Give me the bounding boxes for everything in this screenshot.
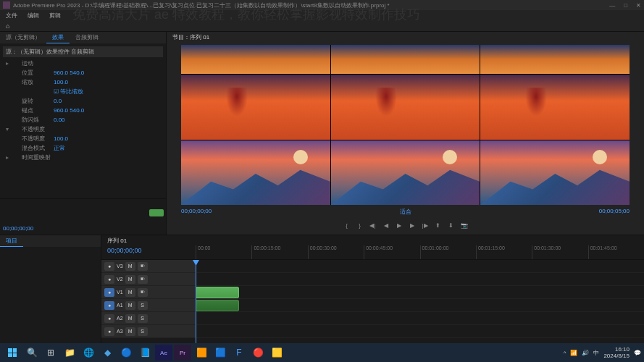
chrome-icon[interactable]: 🔵	[117, 345, 135, 361]
track-label[interactable]: V2	[117, 277, 123, 282]
tab-source[interactable]: 源（无剪辑）	[0, 32, 46, 43]
track-mute[interactable]: M	[125, 314, 135, 323]
prop-uniform-scale[interactable]: ☑ 等比缩放	[54, 88, 83, 96]
toggle-icon[interactable]: ▸	[6, 154, 12, 161]
track-solo[interactable]: S	[138, 327, 148, 336]
export-frame-button[interactable]: 📷	[461, 222, 468, 229]
pr-icon[interactable]: Pr	[174, 345, 191, 361]
extract-button[interactable]: ⬇	[448, 222, 455, 229]
track-label[interactable]: A3	[117, 329, 123, 334]
track-toggle[interactable]: ●	[104, 275, 114, 284]
app-icon[interactable]: 🟧	[193, 345, 210, 361]
app-icon[interactable]: F	[230, 345, 248, 361]
track-mute[interactable]: M	[125, 288, 135, 297]
track-label[interactable]: A1	[117, 303, 123, 308]
search-icon[interactable]: 🔍	[23, 345, 41, 361]
menu-file[interactable]: 文件	[6, 12, 17, 20]
section-motion[interactable]: 运动	[14, 59, 51, 67]
track-toggle[interactable]: ●	[104, 327, 114, 336]
explorer-icon[interactable]: 📁	[61, 345, 78, 361]
app-icon[interactable]: 🔴	[249, 345, 267, 361]
menu-edit[interactable]: 编辑	[28, 12, 39, 20]
tray-volume-icon[interactable]: 🔊	[582, 350, 589, 356]
tray-date[interactable]: 2024/8/15	[603, 353, 630, 359]
track-eye[interactable]: 👁	[138, 288, 148, 297]
edge-icon[interactable]: 🌐	[80, 345, 97, 361]
track-toggle[interactable]: ●	[104, 262, 114, 271]
vscode-icon[interactable]: ◆	[99, 345, 116, 361]
toggle-icon[interactable]: ▸	[6, 60, 12, 67]
track-mute[interactable]: M	[125, 262, 135, 271]
ae-icon[interactable]: Ae	[155, 345, 172, 361]
tray-chevron-icon[interactable]: ^	[564, 350, 566, 356]
effect-mini-timeline[interactable]: 00;00;00;00	[0, 198, 166, 235]
track-eye[interactable]: 👁	[138, 262, 148, 271]
prop-opacity-value[interactable]: 100.0	[54, 135, 68, 142]
video-clip[interactable]	[196, 287, 239, 298]
prop-anchor-value[interactable]: 960.0 540.0	[54, 107, 84, 114]
prop-flicker-value[interactable]: 0.00	[54, 117, 65, 123]
track-solo[interactable]: S	[138, 314, 148, 323]
track-label[interactable]: V3	[117, 264, 123, 269]
ruler-mark: 00:00:45:00	[364, 245, 419, 259]
timeline-timecode[interactable]: 00;00;00;00	[107, 247, 142, 254]
prev-frame-button[interactable]: ◀|	[369, 222, 377, 229]
tab-audio[interactable]: 音频剪辑	[70, 32, 104, 43]
start-button[interactable]	[3, 345, 22, 361]
step-forward-button[interactable]: ▶	[409, 222, 416, 229]
prop-rotation-value[interactable]: 0.0	[54, 98, 62, 104]
task-view-icon[interactable]: ⊞	[42, 345, 59, 361]
maximize-button[interactable]: □	[624, 2, 627, 9]
minimize-button[interactable]: —	[609, 2, 615, 9]
preview-fit[interactable]: 适合	[400, 208, 411, 216]
preview-cell	[480, 75, 630, 140]
lift-button[interactable]: ⬆	[435, 222, 442, 229]
preview-cell	[181, 75, 330, 140]
next-frame-button[interactable]: |▶	[422, 222, 429, 229]
track-eye[interactable]: 👁	[138, 275, 148, 284]
track-toggle[interactable]: ●	[104, 288, 114, 297]
menu-clip[interactable]: 剪辑	[49, 12, 61, 20]
track-toggle[interactable]: ●	[104, 301, 114, 310]
home-icon[interactable]: ⌂	[6, 22, 9, 30]
mini-clip[interactable]	[149, 209, 164, 216]
track-solo[interactable]: S	[138, 301, 148, 310]
mark-in-button[interactable]: {	[343, 222, 351, 229]
project-panel: 项目	[0, 235, 101, 343]
timeline-ruler[interactable]: 00;00;00;00 00:00 00:00:15:00 00:00:30:0…	[101, 245, 644, 260]
ruler-mark: 00:01:00:00	[420, 245, 476, 259]
app-icon[interactable]: 📘	[136, 345, 154, 361]
prop-scale-value[interactable]: 100.0	[54, 79, 68, 85]
track-label[interactable]: V1	[117, 290, 123, 295]
prop-blend-value[interactable]: 正常	[54, 144, 65, 152]
toggle-icon[interactable]: ▾	[6, 126, 12, 132]
track-mute[interactable]: M	[125, 301, 135, 310]
tray-ime-icon[interactable]: 中	[593, 349, 599, 357]
preview-time-left[interactable]: 00;00;00;00	[181, 208, 212, 216]
program-tab[interactable]: 节目：序列 01	[172, 33, 209, 41]
sequence-title[interactable]: 序列 01	[107, 237, 127, 245]
section-timeremap[interactable]: 时间重映射	[14, 153, 51, 161]
playhead[interactable]	[196, 260, 196, 343]
project-tab[interactable]: 项目	[0, 235, 23, 247]
preview-viewport[interactable]	[181, 45, 630, 205]
app-icon[interactable]: 🟦	[212, 345, 229, 361]
timeline-tracks[interactable]: ●V3M👁 ●V2M👁 ●V1M👁 ●A1MS ●A2MS ●A3MS	[101, 260, 644, 343]
play-button[interactable]: ▶	[396, 222, 403, 229]
prop-position-value[interactable]: 960.0 540.0	[54, 70, 84, 76]
track-toggle[interactable]: ●	[104, 314, 114, 323]
section-opacity[interactable]: 不透明度	[14, 125, 51, 133]
tray-network-icon[interactable]: 📶	[570, 350, 577, 356]
track-mute[interactable]: M	[125, 327, 135, 336]
audio-clip[interactable]	[196, 300, 239, 311]
mark-out-button[interactable]: }	[356, 222, 364, 229]
track-mute[interactable]: M	[125, 275, 135, 284]
overlay-title: 免费高清大片 ae 特效教程，教你轻松掌握影视特效制作技巧	[72, 6, 420, 23]
track-label[interactable]: A2	[117, 316, 123, 321]
tab-effect-controls[interactable]: 效果	[46, 32, 70, 43]
tray-time[interactable]: 16:10	[603, 346, 630, 353]
step-back-button[interactable]: ◀	[382, 222, 390, 229]
close-button[interactable]: ✕	[636, 2, 641, 9]
notifications-icon[interactable]: 💬	[634, 350, 641, 356]
app-icon[interactable]: 🟨	[268, 345, 285, 361]
